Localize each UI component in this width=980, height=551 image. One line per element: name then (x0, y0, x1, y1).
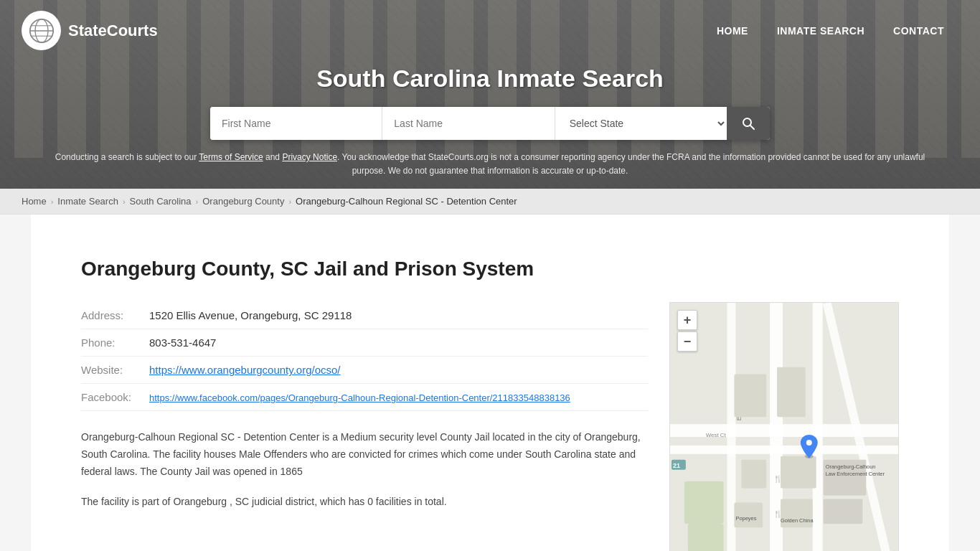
privacy-link[interactable]: Privacy Notice (282, 152, 337, 162)
content-wrapper: Orangeburg County, SC Jail and Prison Sy… (52, 236, 928, 551)
logo-icon (22, 11, 61, 50)
breadcrumb-sep-1: › (51, 197, 54, 206)
svg-text:West Ct: West Ct (706, 432, 727, 438)
facebook-link[interactable]: https://www.facebook.com/pages/Orangebur… (149, 392, 570, 403)
phone-row: Phone: 803-531-4647 (81, 329, 648, 357)
svg-rect-19 (781, 456, 816, 489)
map-svg: Ellis Ave West Ct Orangeburg-Calho (670, 303, 898, 551)
page-title: South Carolina Inmate Search (0, 65, 980, 93)
first-name-input[interactable] (210, 107, 382, 140)
nav-inmate-search[interactable]: INMATE SEARCH (763, 19, 879, 42)
breadcrumb-current: Orangeburg-Calhoun Regional SC - Detenti… (296, 196, 517, 207)
nav-home[interactable]: HOME (702, 19, 763, 42)
breadcrumb-state[interactable]: South Carolina (130, 196, 192, 207)
facebook-value: https://www.facebook.com/pages/Orangebur… (149, 384, 648, 411)
facebook-label: Facebook: (81, 384, 149, 411)
map-zoom-in[interactable]: + (677, 310, 697, 330)
logo-text: StateCourts (68, 22, 158, 40)
svg-point-33 (806, 440, 812, 446)
svg-rect-8 (670, 425, 898, 438)
last-name-input[interactable] (382, 107, 555, 140)
breadcrumb: Home › Inmate Search › South Carolina › … (0, 189, 980, 215)
search-bar: Select State AlabamaAlaskaArizona Arkans… (210, 107, 770, 140)
terms-link[interactable]: Terms of Service (199, 152, 263, 162)
svg-text:🍴: 🍴 (773, 510, 783, 519)
main-content: Orangeburg County, SC Jail and Prison Sy… (31, 215, 949, 551)
breadcrumb-sep-4: › (288, 197, 291, 206)
logo[interactable]: StateCourts (22, 11, 158, 50)
website-value: https://www.orangeburgcounty.org/ocso/ (149, 357, 648, 384)
svg-line-6 (750, 126, 754, 129)
nav-contact[interactable]: CONTACT (879, 19, 958, 42)
facility-title: Orangeburg County, SC Jail and Prison Sy… (81, 258, 899, 281)
disclaimer: Conducting a search is subject to our Te… (0, 151, 980, 189)
breadcrumb-inmate-search[interactable]: Inmate Search (57, 196, 118, 207)
facebook-row: Facebook: https://www.facebook.com/pages… (81, 384, 648, 411)
svg-text:Law Enforcement Center: Law Enforcement Center (826, 471, 885, 477)
website-link[interactable]: https://www.orangeburgcounty.org/ocso/ (149, 364, 341, 376)
map-zoom-out[interactable]: − (677, 331, 697, 352)
website-label: Website: (81, 357, 149, 384)
svg-rect-18 (741, 460, 766, 489)
svg-rect-11 (813, 303, 823, 551)
svg-text:🍴: 🍴 (773, 474, 783, 484)
svg-rect-16 (734, 375, 766, 418)
search-icon (741, 116, 755, 131)
phone-value: 803-531-4647 (149, 329, 648, 357)
breadcrumb-county[interactable]: Orangeburg County (202, 196, 284, 207)
address-row: Address: 1520 Ellis Avenue, Orangeburg, … (81, 302, 648, 329)
svg-text:Popeyes: Popeyes (735, 516, 756, 522)
address-value: 1520 Ellis Avenue, Orangeburg, SC 29118 (149, 302, 648, 329)
top-nav: HOME INMATE SEARCH CONTACT (702, 19, 958, 42)
facility-description-2: The facility is part of Orangeburg , SC … (81, 494, 648, 511)
svg-rect-23 (824, 499, 863, 524)
svg-text:Golden China: Golden China (781, 518, 814, 524)
info-table: Address: 1520 Ellis Avenue, Orangeburg, … (81, 302, 648, 411)
breadcrumb-sep-3: › (196, 197, 199, 206)
svg-rect-24 (684, 481, 724, 524)
phone-label: Phone: (81, 329, 149, 357)
website-row: Website: https://www.orangeburgcounty.or… (81, 357, 648, 384)
breadcrumb-sep-2: › (123, 197, 126, 206)
state-select[interactable]: Select State AlabamaAlaskaArizona Arkans… (555, 107, 727, 140)
search-button[interactable] (727, 107, 770, 140)
breadcrumb-home[interactable]: Home (22, 196, 47, 207)
address-label: Address: (81, 302, 149, 329)
svg-rect-17 (777, 367, 806, 418)
facility-info: Address: 1520 Ellis Avenue, Orangeburg, … (81, 302, 648, 551)
svg-rect-25 (688, 524, 724, 551)
map-controls: + − (677, 310, 697, 352)
map-area: + − Ellis Ave West (669, 302, 899, 551)
facility-description-1: Orangeburg-Calhoun Regional SC - Detenti… (81, 429, 648, 480)
svg-text:21: 21 (673, 462, 680, 469)
facility-layout: Address: 1520 Ellis Avenue, Orangeburg, … (81, 302, 899, 551)
svg-text:Orangeburg-Calhoun: Orangeburg-Calhoun (826, 463, 876, 470)
